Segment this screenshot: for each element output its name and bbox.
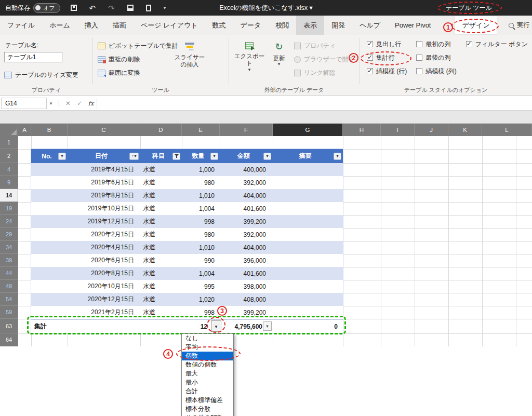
- header-row-checkbox[interactable]: 見出し行: [367, 37, 407, 51]
- table-row[interactable]: 2019年6月15日 水道 980 392,000: [31, 176, 343, 189]
- table-row[interactable]: 2019年8月15日 水道 1,010 404,000: [31, 189, 343, 202]
- undo-icon[interactable]: ↶: [89, 4, 96, 12]
- table-row[interactable]: 2019年10月15日 水道 1,004 401,600: [31, 202, 343, 215]
- tab-developer[interactable]: 開発: [324, 16, 352, 35]
- tab-file[interactable]: ファイル: [0, 16, 42, 35]
- row-header[interactable]: 1: [0, 136, 18, 149]
- autosave-toggle[interactable]: 自動保存 オフ: [5, 3, 60, 13]
- col-header-e[interactable]: E: [182, 124, 220, 136]
- tab-insert[interactable]: 挿入: [77, 16, 105, 35]
- filter-button-checkbox[interactable]: フィルター ボタン: [466, 37, 528, 51]
- redo-icon[interactable]: ↷: [108, 4, 115, 12]
- total-qty-function-dropdown-button[interactable]: ▾: [211, 320, 221, 332]
- new-file-icon[interactable]: [146, 5, 151, 11]
- row-header[interactable]: 59: [0, 306, 18, 319]
- row-header[interactable]: 39: [0, 254, 18, 267]
- dropdown-item-sum[interactable]: 合計: [182, 387, 233, 396]
- row-header[interactable]: 29: [0, 228, 18, 241]
- dropdown-item-stdev[interactable]: 標本標準偏差: [182, 396, 233, 405]
- dropdown-item-count-numbers[interactable]: 数値の個数: [182, 360, 233, 369]
- col-header-k[interactable]: K: [448, 124, 482, 136]
- autosave-switch[interactable]: オフ: [33, 3, 60, 13]
- row-header-active[interactable]: 14: [0, 189, 18, 202]
- tab-home[interactable]: ホーム: [42, 16, 77, 35]
- resize-table-button[interactable]: テーブルのサイズ変更: [4, 69, 78, 80]
- row-header[interactable]: 54: [0, 293, 18, 306]
- filter-dropdown-icon[interactable]: ▾: [210, 153, 218, 160]
- dropdown-item-none[interactable]: なし: [182, 334, 233, 343]
- sort-asc-filter-icon[interactable]: ↑▾: [129, 153, 139, 160]
- last-column-checkbox[interactable]: 最後の列: [416, 51, 456, 64]
- table-row[interactable]: 2020年12月15日 水道 1,020 408,000: [31, 293, 343, 306]
- tell-me-search[interactable]: 実行: [509, 16, 532, 35]
- row-header[interactable]: 4: [0, 163, 18, 176]
- row-header[interactable]: 34: [0, 241, 18, 254]
- insert-slicer-button[interactable]: スライサーの挿入: [171, 39, 208, 88]
- table-row[interactable]: 2020年8月15日 水道 1,004 401,600: [31, 267, 343, 280]
- col-header-a[interactable]: A: [18, 124, 31, 136]
- save-icon[interactable]: [71, 5, 77, 11]
- formula-input[interactable]: [97, 98, 532, 109]
- refresh-button[interactable]: ↻ 更新 ▾: [267, 39, 291, 88]
- table-name-input[interactable]: [4, 52, 62, 62]
- name-box-dropdown-icon[interactable]: ▾: [47, 101, 55, 106]
- row-header[interactable]: 9: [0, 176, 18, 189]
- header-amount[interactable]: 金額 ▾: [220, 149, 273, 163]
- tab-help[interactable]: ヘルプ: [352, 16, 388, 35]
- tab-data[interactable]: データ: [233, 16, 269, 35]
- col-header-f[interactable]: F: [220, 124, 273, 136]
- filter-applied-icon[interactable]: [172, 153, 180, 160]
- filter-dropdown-icon[interactable]: ▾: [263, 153, 271, 160]
- cancel-entry-icon[interactable]: ✕: [62, 100, 74, 107]
- total-label-cell[interactable]: 集計: [31, 319, 68, 333]
- banded-rows-checkbox[interactable]: 縞模様 (行): [367, 64, 407, 78]
- row-header[interactable]: 49: [0, 280, 18, 293]
- tab-draw[interactable]: 描画: [105, 16, 134, 35]
- col-header-c[interactable]: C: [68, 124, 140, 136]
- row-header[interactable]: 44: [0, 267, 18, 280]
- convert-to-range-button[interactable]: 範囲に変換: [98, 67, 140, 78]
- col-header-d[interactable]: D: [140, 124, 182, 136]
- dropdown-item-max[interactable]: 最大: [182, 369, 233, 378]
- col-header-h[interactable]: H: [343, 124, 381, 136]
- col-header-l[interactable]: L: [482, 124, 532, 136]
- total-memo-cell[interactable]: 0: [273, 319, 343, 333]
- tab-view[interactable]: 表示: [296, 16, 324, 35]
- table-row[interactable]: 2021年2月15日 水道 998 399,200: [31, 306, 343, 319]
- tab-page-layout[interactable]: ページ レイアウト: [134, 16, 205, 35]
- row-header[interactable]: 64: [0, 333, 18, 346]
- total-amount-function-dropdown-button[interactable]: ▾: [263, 321, 272, 331]
- select-all-corner[interactable]: [0, 124, 18, 136]
- dropdown-item-var[interactable]: 標本分散: [182, 405, 233, 413]
- header-no[interactable]: No. ▾: [31, 149, 68, 163]
- tab-power-pivot[interactable]: Power Pivot: [388, 16, 438, 35]
- col-header-g[interactable]: G: [273, 124, 343, 136]
- tab-design[interactable]: デザイン: [455, 16, 497, 35]
- table-row[interactable]: 2020年2月15日 水道 980 392,000: [31, 228, 343, 241]
- qat-dropdown-icon[interactable]: ▾: [164, 6, 166, 10]
- table-row[interactable]: 2020年6月15日 水道 990 396,000: [31, 254, 343, 267]
- row-header[interactable]: 24: [0, 215, 18, 228]
- total-row-checkbox[interactable]: 集計行: [367, 51, 407, 64]
- header-date[interactable]: 日付 ↑▾: [68, 149, 140, 163]
- dropdown-item-min[interactable]: 最小: [182, 378, 233, 387]
- row-header[interactable]: 2: [0, 149, 18, 163]
- dropdown-item-more-functions[interactable]: その他の関数...: [182, 413, 233, 416]
- confirm-entry-icon[interactable]: ✓: [74, 100, 85, 107]
- table-row[interactable]: 2020年10月15日 水道 995 398,000: [31, 280, 343, 293]
- header-subject[interactable]: 科目: [140, 149, 182, 163]
- header-qty[interactable]: 数量 ▾: [182, 149, 220, 163]
- quick-command-icon[interactable]: [127, 5, 134, 11]
- col-header-j[interactable]: J: [415, 124, 448, 136]
- tab-formulas[interactable]: 数式: [205, 16, 233, 35]
- col-header-b[interactable]: B: [31, 124, 68, 136]
- insert-function-icon[interactable]: fx: [85, 100, 97, 107]
- first-column-checkbox[interactable]: 最初の列: [416, 37, 456, 51]
- row-header[interactable]: 63: [0, 319, 18, 333]
- banded-columns-checkbox[interactable]: 縞模様 (列): [416, 64, 456, 78]
- sheet-grid[interactable]: No. ▾ 日付 ↑▾ 科目 数量 ▾ 金額 ▾: [18, 136, 532, 346]
- table-row[interactable]: 2019年12月15日 水道 998 399,200: [31, 215, 343, 228]
- tab-review[interactable]: 校閲: [268, 16, 296, 35]
- summarize-with-pivot-button[interactable]: ピボットテーブルで集計: [98, 40, 178, 51]
- table-row[interactable]: 2020年4月15日 水道 1,010 404,000: [31, 241, 343, 254]
